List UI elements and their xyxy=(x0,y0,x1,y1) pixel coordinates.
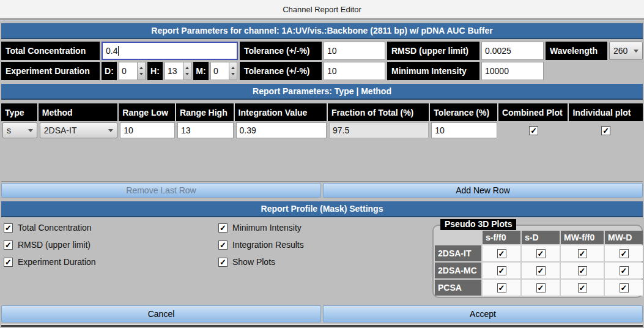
pseudo3d-col-s-d: s-D xyxy=(522,231,560,244)
tolerance-duration-input[interactable]: 10 xyxy=(324,62,385,80)
mask-integration-results-checkbox[interactable] xyxy=(218,240,228,250)
column-header-range-low: Range Low xyxy=(119,103,176,121)
tolerance-concentration-input[interactable]: 10 xyxy=(324,42,385,60)
pseudo-3d-plots-groupbox: s-f/f0 s-D MW-f/f0 MW-D 2DSA-IT 2DSA-MC … xyxy=(432,225,643,298)
mask-experiment-duration-checkbox[interactable] xyxy=(4,258,13,267)
fraction-of-total-field: 97.5 xyxy=(329,122,429,138)
hours-label: H: xyxy=(147,62,163,80)
mask-total-concentration-row: Total Concentration xyxy=(4,223,92,233)
range-low-input[interactable]: 10 xyxy=(120,122,175,138)
column-header-tolerance: Tolerance (%) xyxy=(430,103,498,121)
duration-group: D: 0 H: 13 M: 0 xyxy=(102,62,238,80)
dialog-buttons: Cancel Accept xyxy=(1,305,643,322)
mask-rmsd-row: RMSD (upper limit) xyxy=(4,240,91,250)
pseudo3d-checkbox-2dsa-it-mw-ff0[interactable] xyxy=(578,249,587,258)
bottom-strip xyxy=(1,324,643,327)
type-method-banner: Report Parameters: Type | Method xyxy=(1,84,643,100)
chevron-down-icon xyxy=(28,129,33,132)
column-header-fraction-of-total: Fraction of Total (%) xyxy=(328,103,430,121)
pseudo-3d-plots-title: Pseudo 3D Plots xyxy=(440,219,516,230)
pseudo3d-checkbox-2dsa-mc-s-ff0[interactable] xyxy=(497,266,506,275)
spinner-arrows-icon[interactable] xyxy=(183,62,191,80)
integration-value-input[interactable]: 0.39 xyxy=(236,122,327,138)
column-header-integration-value: Integration Value xyxy=(235,103,328,121)
pseudo3d-checkbox-2dsa-it-mw-d[interactable] xyxy=(620,249,629,258)
pseudo3d-checkbox-2dsa-mc-mw-ff0[interactable] xyxy=(578,266,587,275)
pseudo3d-col-mw-ff0: MW-f/f0 xyxy=(561,231,604,244)
pseudo-3d-grid: s-f/f0 s-D MW-f/f0 MW-D 2DSA-IT 2DSA-MC … xyxy=(435,231,643,296)
table-row: s 2DSA-IT 10 13 0.39 97.5 10 xyxy=(1,121,643,140)
mask-total-concentration-label: Total Concentration xyxy=(18,223,92,233)
range-high-input[interactable]: 13 xyxy=(177,122,234,138)
pseudo3d-checkbox-pcsa-mw-d[interactable] xyxy=(620,283,629,293)
minimum-intensity-label: Minimum Intensity xyxy=(387,62,479,80)
pseudo3d-checkbox-pcsa-mw-ff0[interactable] xyxy=(578,283,587,293)
chevron-down-icon xyxy=(108,129,113,132)
mask-experiment-duration-label: Experiment Duration xyxy=(18,257,96,267)
spinner-arrows-icon[interactable] xyxy=(229,62,237,80)
channel-report-editor-window: Channel Report Editor Report Parameters … xyxy=(0,0,644,328)
spinner-arrows-icon[interactable] xyxy=(137,62,145,80)
mask-settings-banner: Report Profile (Mask) Settings xyxy=(1,201,643,217)
pseudo3d-checkbox-2dsa-it-s-d[interactable] xyxy=(536,249,546,258)
rmsd-input[interactable]: 0.0025 xyxy=(481,42,544,60)
rmsd-label: RMSD (upper limit) xyxy=(387,42,479,60)
experiment-duration-label: Experiment Duration xyxy=(1,62,100,80)
mask-total-concentration-checkbox[interactable] xyxy=(4,223,13,233)
param-row-2: Experiment Duration D: 0 H: 13 M: 0 Tol xyxy=(1,62,643,80)
cancel-button[interactable]: Cancel xyxy=(1,305,321,322)
mask-minimum-intensity-row: Minimum Intensity xyxy=(218,223,302,233)
mask-experiment-duration-row: Experiment Duration xyxy=(4,257,96,267)
window-titlebar[interactable]: Channel Report Editor xyxy=(0,0,644,18)
method-table-header: Type Method Range Low Range High Integra… xyxy=(1,103,643,121)
mask-show-plots-row: Show Plots xyxy=(218,257,275,267)
remove-last-row-button[interactable]: Remove Last Row xyxy=(1,183,321,198)
mask-rmsd-checkbox[interactable] xyxy=(4,240,13,250)
pseudo3d-row-pcsa: PCSA xyxy=(435,280,481,296)
wavelength-select[interactable]: 260 xyxy=(609,42,643,60)
combined-plot-checkbox[interactable] xyxy=(529,126,538,135)
pseudo3d-checkbox-pcsa-s-ff0[interactable] xyxy=(497,283,506,293)
table-empty-area xyxy=(1,140,643,181)
pseudo3d-checkbox-2dsa-it-s-ff0[interactable] xyxy=(497,249,506,258)
param-row-1: Total Concentration 0.4 Tolerance (+/-%)… xyxy=(1,42,643,60)
channel-banner: Report Parameters for channel: 1A:UV/vis… xyxy=(1,23,643,39)
mask-show-plots-checkbox[interactable] xyxy=(218,258,228,267)
method-select[interactable]: 2DSA-IT xyxy=(40,122,118,138)
row-spacer xyxy=(546,62,643,80)
days-label: D: xyxy=(102,62,117,80)
pseudo3d-col-s-ff0: s-f/f0 xyxy=(483,231,520,244)
hours-stepper[interactable]: 13 xyxy=(165,62,191,80)
total-concentration-label: Total Concentration xyxy=(1,42,100,60)
days-stepper[interactable]: 0 xyxy=(119,62,146,80)
tolerance-duration-label: Tolerance (+/-%) xyxy=(240,62,322,80)
individual-plot-checkbox[interactable] xyxy=(601,126,610,135)
pseudo3d-checkbox-pcsa-s-d[interactable] xyxy=(536,283,546,293)
mask-show-plots-label: Show Plots xyxy=(232,257,275,267)
text-caret xyxy=(118,46,119,56)
column-header-individual-plot: Individual plot xyxy=(569,103,643,121)
mask-minimum-intensity-label: Minimum Intensity xyxy=(232,223,302,233)
window-title: Channel Report Editor xyxy=(283,5,361,14)
total-concentration-input[interactable]: 0.4 xyxy=(102,42,238,60)
pseudo3d-col-mw-d: MW-D xyxy=(605,231,643,244)
column-header-method: Method xyxy=(39,103,119,121)
minutes-label: M: xyxy=(193,62,209,80)
minutes-stepper[interactable]: 0 xyxy=(210,62,237,80)
pseudo3d-checkbox-2dsa-mc-s-d[interactable] xyxy=(536,266,546,275)
column-header-combined-plot: Combined Plot xyxy=(498,103,569,121)
minimum-intensity-input[interactable]: 10000 xyxy=(481,62,544,80)
type-select[interactable]: s xyxy=(2,122,37,138)
accept-button[interactable]: Accept xyxy=(323,305,643,322)
tolerance-input[interactable]: 10 xyxy=(431,122,497,138)
pseudo3d-checkbox-2dsa-mc-mw-d[interactable] xyxy=(620,266,629,275)
mask-minimum-intensity-checkbox[interactable] xyxy=(218,223,228,233)
add-new-row-button[interactable]: Add New Row xyxy=(323,183,643,198)
wavelength-label: Wavelength xyxy=(546,42,607,60)
column-header-type: Type xyxy=(1,103,39,121)
pseudo3d-row-2dsa-it: 2DSA-IT xyxy=(435,245,481,261)
mask-integration-results-label: Integration Results xyxy=(232,240,304,250)
mask-integration-results-row: Integration Results xyxy=(218,240,304,250)
pseudo3d-corner-cell xyxy=(435,231,481,244)
mask-settings-area: Total Concentration RMSD (upper limit) E… xyxy=(1,217,643,301)
